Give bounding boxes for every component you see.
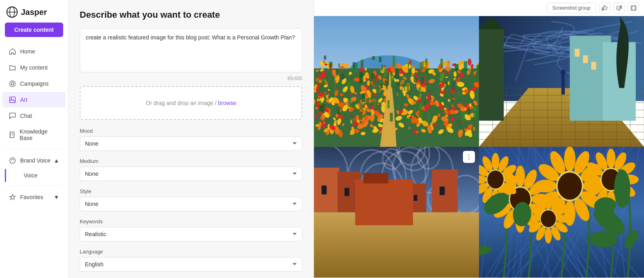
home-icon bbox=[9, 48, 16, 55]
main-area: Describe what you want to create create … bbox=[68, 0, 644, 278]
svg-rect-8 bbox=[631, 6, 636, 10]
sidebar-item-knowledge-base-label: Knowledge Base bbox=[20, 128, 59, 141]
language-group: Language English Spanish French German I… bbox=[80, 249, 302, 272]
gallery-item-menu-3[interactable]: ⋮ bbox=[463, 151, 475, 163]
chevron-up-icon: ▲ bbox=[54, 157, 59, 164]
svg-point-7 bbox=[10, 158, 15, 163]
medium-group: Medium None Oil Paint Watercolor Pencil … bbox=[80, 158, 302, 181]
nav-divider-1 bbox=[5, 149, 63, 149]
chat-icon bbox=[9, 112, 16, 119]
prompt-input[interactable]: create a realistic featured image for th… bbox=[80, 28, 302, 72]
gallery-item-1[interactable] bbox=[314, 16, 479, 147]
style-label: Style bbox=[80, 188, 302, 194]
sidebar-item-my-content[interactable]: My content bbox=[2, 60, 66, 75]
gallery-panel: Screenshot group ⋮ bbox=[314, 0, 644, 278]
sidebar-item-art[interactable]: Art bbox=[2, 92, 66, 107]
drop-zone-text: Or drag and drop an image / browse bbox=[146, 100, 236, 106]
logo-text: Jasper bbox=[21, 8, 47, 17]
sidebar-item-knowledge-base[interactable]: Knowledge Base bbox=[2, 124, 66, 145]
brand-voice-section[interactable]: Brand Voice ▲ bbox=[2, 153, 66, 168]
favorites-label: Favorites bbox=[20, 194, 43, 200]
form-panel: Describe what you want to create create … bbox=[68, 0, 314, 278]
gallery-grid: ⋮ bbox=[314, 16, 644, 278]
mood-label: Mood bbox=[80, 128, 302, 134]
screenshot-group-button[interactable]: Screenshot group bbox=[547, 3, 596, 13]
svg-point-3 bbox=[10, 81, 15, 86]
sidebar-item-chat-label: Chat bbox=[20, 113, 32, 119]
book-icon bbox=[9, 131, 16, 138]
favorites-icon bbox=[9, 194, 16, 201]
thumbs-up-button[interactable] bbox=[599, 2, 610, 14]
language-select[interactable]: English Spanish French German Italian bbox=[80, 257, 302, 272]
medium-select[interactable]: None Oil Paint Watercolor Pencil Digital bbox=[80, 167, 302, 181]
sidebar-item-voice-label: Voice bbox=[24, 172, 37, 179]
browse-link[interactable]: browse bbox=[218, 100, 236, 106]
page-title: Describe what you want to create bbox=[80, 10, 302, 20]
brand-voice-icon bbox=[9, 157, 16, 164]
sidebar-item-my-content-label: My content bbox=[20, 64, 47, 71]
gallery-item-2[interactable] bbox=[479, 16, 644, 147]
sidebar-item-home-label: Home bbox=[20, 48, 35, 55]
jasper-logo-icon bbox=[6, 6, 18, 18]
mood-group: Mood None Happy Sad Dramatic Mysterious … bbox=[80, 128, 302, 151]
sidebar-item-art-label: Art bbox=[20, 97, 27, 103]
gallery-top-bar: Screenshot group bbox=[314, 0, 644, 16]
sidebar-item-home[interactable]: Home bbox=[2, 44, 66, 59]
gallery-item-4[interactable] bbox=[479, 147, 644, 278]
style-select[interactable]: None Abstract Impressionist Realism Surr… bbox=[80, 197, 302, 211]
language-label: Language bbox=[80, 249, 302, 255]
medium-label: Medium bbox=[80, 158, 302, 164]
svg-point-4 bbox=[11, 82, 14, 85]
drop-zone[interactable]: Or drag and drop an image / browse bbox=[80, 86, 302, 120]
keywords-select[interactable]: Realistic Detailed Artistic Minimalist bbox=[80, 227, 302, 241]
target-icon bbox=[9, 80, 16, 87]
favorites-section[interactable]: Favorites ▼ bbox=[2, 189, 66, 205]
gallery-item-3[interactable]: ⋮ bbox=[314, 147, 479, 278]
brand-voice-label: Brand Voice bbox=[20, 157, 51, 164]
sidebar-item-voice[interactable]: Voice bbox=[5, 169, 66, 182]
folder-icon bbox=[9, 64, 16, 71]
nav-divider-2 bbox=[5, 185, 63, 186]
sidebar-item-campaigns[interactable]: Campaigns bbox=[2, 76, 66, 91]
expand-button[interactable] bbox=[628, 2, 639, 14]
keywords-group: Keywords Realistic Detailed Artistic Min… bbox=[80, 218, 302, 241]
sidebar-item-chat[interactable]: Chat bbox=[2, 108, 66, 124]
image-icon bbox=[9, 96, 16, 103]
keywords-label: Keywords bbox=[80, 218, 302, 224]
create-content-button[interactable]: Create content bbox=[5, 23, 63, 37]
sidebar-item-campaigns-label: Campaigns bbox=[20, 80, 49, 87]
char-count: 85/400 bbox=[80, 76, 302, 81]
sidebar: Jasper Create content Home My content Ca… bbox=[0, 0, 68, 278]
style-group: Style None Abstract Impressionist Realis… bbox=[80, 188, 302, 211]
chevron-down-icon: ▼ bbox=[54, 194, 59, 200]
mood-select[interactable]: None Happy Sad Dramatic Mysterious Seren… bbox=[80, 136, 302, 151]
logo-area: Jasper bbox=[0, 0, 68, 23]
thumbs-down-button[interactable] bbox=[613, 2, 625, 14]
